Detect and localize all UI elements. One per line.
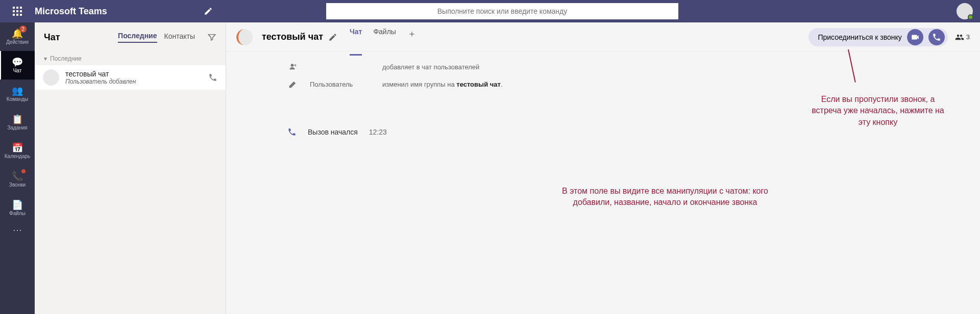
chat-item-call-icon bbox=[208, 73, 217, 83]
join-call-label: Присоединиться к звонку bbox=[818, 33, 901, 41]
chat-item-meta: тестовый чат Пользователь добавлен bbox=[65, 70, 202, 85]
chat-icon: 💬 bbox=[12, 58, 23, 67]
compose-icon bbox=[204, 7, 213, 16]
rail-teams[interactable]: 👥 Команды bbox=[0, 80, 35, 108]
chevron-down-icon: ▾ bbox=[44, 55, 47, 62]
rail-calls[interactable]: 📞 Звонки bbox=[0, 165, 35, 194]
join-call-pill: Присоединиться к звонку bbox=[808, 28, 947, 46]
section-recent[interactable]: ▾ Последние bbox=[35, 52, 226, 65]
svg-point-0 bbox=[291, 64, 293, 67]
activity-badge: 2 bbox=[19, 25, 27, 33]
conversation-feed: добавляет в чат пользователей Пользовате… bbox=[226, 52, 980, 143]
calendar-icon: 📅 bbox=[12, 143, 23, 152]
rail-activity-label: Действия bbox=[6, 39, 29, 45]
assignments-icon: 📋 bbox=[12, 115, 23, 124]
presence-indicator bbox=[968, 14, 973, 20]
tab-recent[interactable]: Последние bbox=[118, 32, 157, 43]
phone-icon bbox=[208, 73, 217, 82]
conversation-title: тестовый чат bbox=[262, 32, 323, 42]
rail-calendar-label: Календарь bbox=[5, 153, 30, 159]
teams-icon: 👥 bbox=[12, 86, 23, 95]
edit-title-button[interactable] bbox=[328, 32, 337, 42]
renamed-name: тестовый чат bbox=[456, 81, 501, 88]
app-title: Microsoft Teams bbox=[35, 6, 198, 17]
person-add-icon bbox=[287, 62, 299, 71]
waffle-icon bbox=[13, 7, 22, 16]
new-chat-button[interactable] bbox=[198, 7, 218, 16]
chat-list-title: Чат bbox=[44, 32, 118, 43]
rail-files[interactable]: 📄 Файлы bbox=[0, 194, 35, 222]
rail-more-button[interactable]: ⋯ bbox=[13, 224, 22, 236]
chat-list-header: Чат Последние Контакты bbox=[35, 22, 226, 52]
system-row-added: добавляет в чат пользователей bbox=[287, 58, 980, 75]
pencil-icon bbox=[328, 33, 337, 42]
conversation-avatar bbox=[236, 29, 253, 45]
rail-calls-label: Звонки bbox=[9, 182, 26, 188]
conv-tab-files[interactable]: Файлы bbox=[373, 28, 396, 47]
search-wrap bbox=[218, 3, 786, 19]
files-icon: 📄 bbox=[12, 200, 23, 210]
rail-assignments[interactable]: 📋 Задания bbox=[0, 108, 35, 137]
conversation-title-wrap: тестовый чат bbox=[262, 32, 337, 42]
rail-files-label: Файлы bbox=[9, 211, 26, 216]
rail-chat[interactable]: 💬 Чат bbox=[0, 51, 35, 80]
rail-assignments-label: Задания bbox=[7, 125, 28, 130]
system-added-text: добавляет в чат пользователей bbox=[382, 63, 479, 71]
rail-teams-label: Команды bbox=[7, 96, 28, 102]
annotation-feed: В этом поле вы видите все манипуляции с … bbox=[543, 186, 788, 208]
tab-contacts[interactable]: Контакты bbox=[164, 32, 195, 42]
search-input[interactable] bbox=[326, 3, 678, 19]
user-avatar[interactable] bbox=[957, 3, 973, 19]
topbar-right bbox=[786, 3, 980, 19]
people-icon bbox=[955, 33, 964, 42]
filter-icon bbox=[207, 33, 216, 42]
conv-tab-chat[interactable]: Чат bbox=[350, 28, 362, 56]
video-icon bbox=[911, 33, 920, 42]
participants-count: 3 bbox=[966, 33, 970, 41]
conversation-panel: тестовый чат Чат Файлы ＋ Присоединиться … bbox=[226, 22, 980, 314]
rail-calendar[interactable]: 📅 Календарь bbox=[0, 137, 35, 165]
system-row-renamed: Пользователь изменил имя группы на тесто… bbox=[287, 75, 980, 93]
rail-chat-label: Чат bbox=[13, 68, 22, 73]
chat-item-name: тестовый чат bbox=[65, 70, 202, 78]
chat-item-avatar bbox=[43, 69, 59, 86]
pencil-small-icon bbox=[287, 80, 299, 89]
conversation-header: тестовый чат Чат Файлы ＋ Присоединиться … bbox=[226, 22, 980, 52]
add-tab-button[interactable]: ＋ bbox=[407, 28, 416, 47]
chat-list-item[interactable]: тестовый чат Пользователь добавлен bbox=[35, 65, 226, 90]
conversation-tabs: Чат Файлы ＋ bbox=[350, 28, 416, 47]
phone-small-icon bbox=[287, 127, 297, 137]
system-renamed-text: изменил имя группы на тестовый чат. bbox=[382, 81, 503, 88]
app-launcher-button[interactable] bbox=[0, 7, 35, 16]
phone-icon bbox=[932, 33, 941, 42]
conversation-actions: Присоединиться к звонку 3 bbox=[808, 28, 970, 46]
rail-activity[interactable]: 🔔 Действия 2 bbox=[0, 22, 35, 51]
chat-list-tabs: Последние Контакты bbox=[118, 32, 216, 43]
join-audio-button[interactable] bbox=[928, 29, 945, 45]
system-user-label: Пользователь bbox=[310, 81, 371, 88]
chat-item-preview: Пользователь добавлен bbox=[65, 78, 202, 85]
top-bar: Microsoft Teams bbox=[0, 0, 980, 22]
calls-icon: 📞 bbox=[12, 172, 23, 181]
join-video-button[interactable] bbox=[907, 29, 923, 45]
filter-button[interactable] bbox=[207, 33, 216, 42]
call-time: 12:23 bbox=[369, 128, 387, 136]
section-recent-label: Последние bbox=[50, 55, 82, 62]
chat-list-panel: Чат Последние Контакты ▾ Последние тесто… bbox=[35, 22, 226, 314]
call-started-text: Вызов начался bbox=[308, 128, 358, 136]
system-row-call: Вызов начался 12:23 bbox=[287, 121, 980, 143]
calls-unread-dot bbox=[21, 169, 26, 173]
participants-button[interactable]: 3 bbox=[955, 33, 970, 42]
renamed-prefix: изменил имя группы на bbox=[382, 81, 456, 88]
app-rail: 🔔 Действия 2 💬 Чат 👥 Команды 📋 Задания 📅… bbox=[0, 22, 35, 314]
